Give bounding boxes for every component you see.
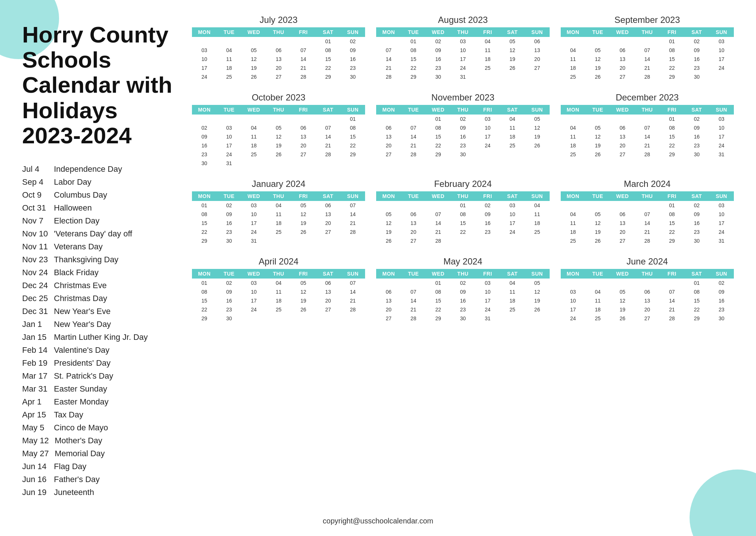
day-cell: 28 — [401, 150, 426, 159]
day-cell: 05 — [291, 279, 316, 287]
day-cell: 01 — [316, 37, 340, 46]
day-header: WED — [610, 269, 635, 279]
day-cell — [585, 37, 610, 46]
day-header: FRI — [660, 269, 684, 279]
day-header: TUE — [401, 269, 426, 279]
calendar-block: June 2024MONTUEWEDTHUFRISATSUN0102030405… — [561, 256, 734, 323]
page-title: Horry County Schools Calendar with Holid… — [22, 22, 177, 148]
day-cell: 21 — [401, 141, 426, 150]
day-cell: 29 — [660, 150, 684, 159]
calendars-row: July 2023MONTUEWEDTHUFRISATSUN0102030405… — [192, 15, 734, 81]
day-header: TUE — [217, 269, 241, 279]
day-cell: 07 — [376, 46, 401, 55]
day-cell: 19 — [241, 64, 266, 72]
day-cell — [525, 150, 550, 159]
holiday-name: New Year's Day — [54, 318, 111, 330]
day-cell: 02 — [684, 201, 709, 210]
day-cell: 26 — [585, 72, 610, 81]
table-row: 19202122232425 — [376, 228, 549, 236]
table-row: 18192021222324 — [561, 228, 734, 236]
day-cell: 05 — [500, 37, 525, 46]
table-row: 2728293031 — [376, 314, 549, 323]
day-cell: 18 — [217, 64, 241, 72]
day-cell: 09 — [217, 210, 241, 219]
table-row: 24252627282930 — [561, 314, 734, 323]
day-header: WED — [610, 105, 635, 115]
list-item: Nov 7Election Day — [22, 215, 177, 227]
day-cell: 19 — [585, 64, 610, 72]
day-cell: 25 — [585, 314, 610, 323]
day-cell: 22 — [316, 64, 340, 72]
day-header: THU — [266, 191, 291, 201]
day-cell — [217, 115, 241, 123]
day-cell: 20 — [376, 305, 401, 314]
table-row: 04050607080910 — [561, 123, 734, 132]
day-cell: 26 — [585, 236, 610, 245]
day-cell: 22 — [426, 141, 450, 150]
day-cell: 04 — [500, 115, 525, 123]
day-cell: 18 — [241, 141, 266, 150]
day-cell: 10 — [450, 46, 475, 55]
day-cell: 18 — [561, 228, 585, 236]
day-cell: 10 — [709, 46, 734, 55]
day-cell: 26 — [500, 64, 525, 72]
day-cell: 03 — [709, 115, 734, 123]
holiday-name: Christmas Day — [54, 292, 107, 304]
right-panel: July 2023MONTUEWEDTHUFRISATSUN0102030405… — [192, 15, 734, 498]
day-cell: 25 — [561, 150, 585, 159]
day-header: SUN — [340, 191, 365, 201]
day-cell: 03 — [192, 46, 217, 55]
day-cell: 14 — [426, 219, 450, 228]
day-cell: 27 — [376, 314, 401, 323]
day-cell: 10 — [192, 55, 217, 64]
day-header: SAT — [500, 269, 525, 279]
day-cell: 24 — [475, 305, 500, 314]
day-cell: 30 — [450, 314, 475, 323]
day-header: WED — [241, 27, 266, 37]
day-cell: 21 — [291, 64, 316, 72]
day-cell: 02 — [684, 115, 709, 123]
day-cell: 04 — [475, 37, 500, 46]
table-row: 262728 — [376, 236, 549, 245]
holiday-date: Mar 31 — [22, 383, 48, 395]
day-cell: 02 — [217, 279, 241, 287]
day-cell: 31 — [475, 314, 500, 323]
day-cell: 22 — [450, 228, 475, 236]
day-cell: 04 — [525, 201, 550, 210]
list-item: Jun 19Juneteenth — [22, 486, 177, 498]
day-cell: 21 — [635, 141, 660, 150]
holiday-date: Nov 10 — [22, 228, 48, 240]
holiday-date: May 5 — [22, 421, 48, 434]
day-cell: 17 — [709, 132, 734, 141]
day-cell — [401, 279, 426, 287]
day-cell: 28 — [635, 72, 660, 81]
day-cell: 16 — [709, 296, 734, 305]
table-row: 010203 — [561, 37, 734, 46]
day-cell: 07 — [635, 210, 660, 219]
day-cell: 14 — [635, 219, 660, 228]
calendar-block: May 2024MONTUEWEDTHUFRISATSUN01020304050… — [376, 256, 549, 323]
day-cell: 15 — [340, 132, 365, 141]
day-cell: 22 — [660, 141, 684, 150]
day-header: SUN — [525, 27, 550, 37]
day-cell: 01 — [684, 279, 709, 287]
holiday-name: Father's Day — [54, 473, 100, 485]
day-cell: 22 — [340, 141, 365, 150]
table-row: 09101112131415 — [192, 132, 365, 141]
day-cell: 27 — [266, 72, 291, 81]
calendar-title: February 2024 — [376, 179, 549, 189]
day-cell — [585, 115, 610, 123]
table-row: 14151617181920 — [376, 55, 549, 64]
day-cell: 05 — [585, 123, 610, 132]
day-cell: 17 — [709, 219, 734, 228]
day-cell: 23 — [217, 228, 241, 236]
calendar-table: MONTUEWEDTHUFRISATSUN0102030405060708091… — [376, 27, 549, 81]
holiday-date: Nov 23 — [22, 253, 48, 266]
calendar-table: MONTUEWEDTHUFRISATSUN0102030405060708091… — [376, 105, 549, 159]
calendar-table: MONTUEWEDTHUFRISATSUN0102030405060708091… — [376, 269, 549, 323]
table-row: 12131415161718 — [376, 219, 549, 228]
day-cell: 31 — [241, 236, 266, 245]
day-header: TUE — [585, 191, 610, 201]
day-header: FRI — [660, 191, 684, 201]
holiday-name: Mother's Day — [55, 434, 102, 447]
